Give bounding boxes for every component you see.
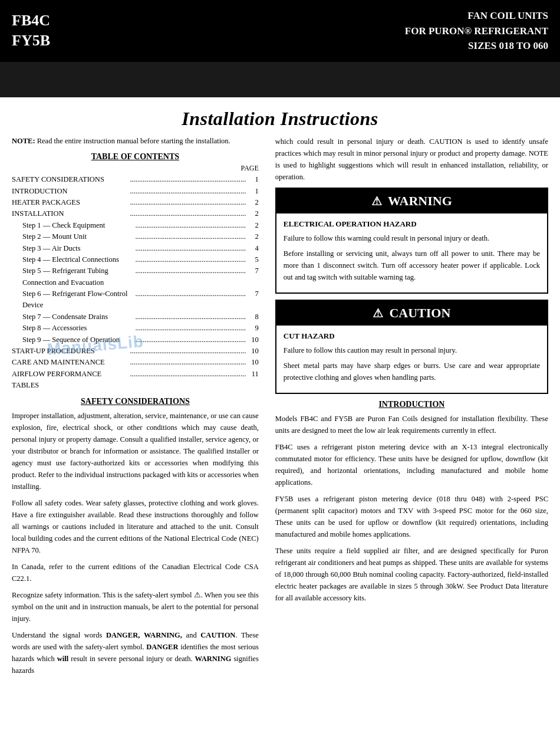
toc-item-label: HEATER PACKAGES	[12, 197, 128, 208]
note-paragraph: NOTE: Read the entire instruction manual…	[12, 136, 259, 147]
toc-dots: ........................................…	[135, 265, 246, 288]
caution-para1: Failure to follow this caution may resul…	[284, 344, 540, 356]
toc-item-label: INSTALLATION	[12, 208, 128, 219]
toc-item: Step 1 — Check Equipment ...............…	[12, 220, 259, 231]
toc-dots: ........................................…	[135, 231, 246, 242]
toc-page-num: 2	[248, 231, 259, 242]
toc-page-num: 1	[248, 174, 259, 185]
toc-item-label: Step 8 — Accessories	[22, 323, 133, 334]
safety-para: Recognize safety information. This is th…	[12, 589, 259, 625]
left-column: ManualsLib NOTE: Read the entire instruc…	[12, 136, 269, 682]
toc-page-num: 7	[248, 288, 259, 311]
toc-page-num: 2	[248, 208, 259, 219]
toc-page-num: 8	[248, 311, 259, 323]
caution-header: ⚠ CAUTION	[276, 301, 547, 326]
warning-box: ⚠ WARNING ELECTRICAL OPERATION HAZARD Fa…	[275, 188, 548, 294]
toc-item-label: AIRFLOW PERFORMANCE TABLES	[12, 369, 128, 392]
toc-item: Step 2 — Mount Unit ....................…	[12, 231, 259, 242]
toc-page-num: 2	[248, 220, 259, 231]
toc-page-num: 5	[248, 254, 259, 265]
toc-item-label: Step 4 — Electrical Connections	[22, 254, 133, 265]
toc-page-num: 11	[248, 369, 259, 392]
warning-icon: ⚠	[371, 194, 382, 208]
warning-body: ELECTRICAL OPERATION HAZARD Failure to f…	[276, 213, 547, 293]
toc-item-label: Step 5 — Refrigerant Tubing Connection a…	[22, 265, 133, 288]
intro-para: FY5B uses a refrigerant piston metering …	[275, 493, 548, 540]
toc-dots: ........................................…	[135, 243, 246, 254]
note-label: NOTE:	[12, 137, 35, 145]
intro-para: FB4C uses a refrigerant piston metering …	[275, 441, 548, 488]
safety-para: Understand the signal words DANGER, WARN…	[12, 629, 259, 676]
toc-dots: ........................................…	[130, 357, 246, 368]
toc-item-label: CARE AND MAINTENANCE	[12, 357, 128, 368]
toc-dots: ........................................…	[135, 288, 246, 311]
toc-item-label: SAFETY CONSIDERATIONS	[12, 174, 128, 185]
warning-header: ⚠ WARNING	[276, 189, 547, 213]
toc-item-label: Step 3 — Air Ducts	[22, 243, 133, 254]
toc-dots: ........................................…	[135, 254, 246, 265]
toc-dots: ........................................…	[135, 220, 246, 231]
page-header: FB4C FY5B FAN COIL UNITS FOR PURON® REFR…	[0, 0, 560, 62]
toc-page-num: 10	[248, 357, 259, 368]
toc-list: SAFETY CONSIDERATIONS ..................…	[12, 174, 259, 391]
safety-para: In Canada, refer to the current editions…	[12, 561, 259, 584]
toc-dots: ........................................…	[130, 369, 246, 392]
toc-dots: ........................................…	[130, 174, 246, 185]
toc-item: CARE AND MAINTENANCE ...................…	[12, 357, 259, 368]
page-title: Installation Instructions	[0, 108, 560, 130]
toc-dots: ........................................…	[130, 346, 246, 357]
toc-page-num: 10	[248, 334, 259, 346]
product-title: FAN COIL UNITS FOR PURON® REFRIGERANT SI…	[405, 8, 548, 54]
caution-icon: ⚠	[373, 306, 383, 320]
caution-body: CUT HAZARD Failure to follow this cautio…	[276, 326, 547, 393]
toc-page-num: 1	[248, 186, 259, 197]
toc-item: Step 9 — Sequence of Operation .........…	[12, 334, 259, 346]
intro-para: These units require a field supplied air…	[275, 545, 548, 604]
toc-item: Step 8 — Accessories ...................…	[12, 323, 259, 334]
toc-page-num: 10	[248, 346, 259, 357]
toc-item: Step 3 — Air Ducts .....................…	[12, 243, 259, 254]
safety-section: SAFETY CONSIDERATIONS Improper installat…	[12, 397, 259, 676]
toc-title: TABLE OF CONTENTS	[12, 152, 259, 162]
safety-para: Follow all safety codes. Wear safety gla…	[12, 497, 259, 556]
toc-item: INTRODUCTION ...........................…	[12, 186, 259, 197]
toc-item-label: Step 9 — Sequence of Operation	[22, 334, 133, 346]
toc-item: HEATER PACKAGES ........................…	[12, 197, 259, 208]
toc-item: AIRFLOW PERFORMANCE TABLES .............…	[12, 369, 259, 392]
warning-para2: Before installing or servicing unit, alw…	[284, 248, 540, 283]
toc-dots: ........................................…	[130, 208, 246, 219]
toc-item-label: INTRODUCTION	[12, 186, 128, 197]
toc-item: SAFETY CONSIDERATIONS ..................…	[12, 174, 259, 185]
toc-dots: ........................................…	[135, 311, 246, 323]
introduction-section: INTRODUCTION Models FB4C and FY5B are Pu…	[275, 400, 548, 604]
right-top-text: which could result in personal injury or…	[275, 136, 548, 183]
intro-paragraphs: Models FB4C and FY5B are Puron Fan Coils…	[275, 413, 548, 604]
toc-item: Step 4 — Electrical Connections ........…	[12, 254, 259, 265]
toc-page-label: PAGE	[12, 164, 259, 173]
dark-banner	[0, 62, 560, 97]
intro-title: INTRODUCTION	[275, 400, 548, 409]
toc-item-label: Step 1 — Check Equipment	[22, 220, 133, 231]
safety-title: SAFETY CONSIDERATIONS	[12, 397, 259, 406]
warning-subtitle: ELECTRICAL OPERATION HAZARD	[284, 218, 540, 230]
toc-page-num: 7	[248, 265, 259, 288]
toc-item-label: Step 6 — Refrigerant Flow-Control Device	[22, 288, 133, 311]
toc-dots: ........................................…	[130, 186, 246, 197]
model-numbers: FB4C FY5B	[12, 11, 50, 51]
warning-para1: Failure to follow this warning could res…	[284, 232, 540, 244]
warning-label: WARNING	[388, 193, 452, 209]
caution-box: ⚠ CAUTION CUT HAZARD Failure to follow t…	[275, 300, 548, 394]
toc-item-label: Step 7 — Condensate Drains	[22, 311, 133, 323]
toc-item: INSTALLATION ...........................…	[12, 208, 259, 219]
toc-item-label: START-UP PROCEDURES	[12, 346, 128, 357]
toc-item: Step 6 — Refrigerant Flow-Control Device…	[12, 288, 259, 311]
right-column: which could result in personal injury or…	[269, 136, 548, 682]
safety-paragraphs: Improper installation, adjustment, alter…	[12, 410, 259, 676]
toc-item: Step 7 — Condensate Drains .............…	[12, 311, 259, 323]
caution-label: CAUTION	[389, 305, 450, 321]
toc-dots: ........................................…	[130, 197, 246, 208]
intro-para: Models FB4C and FY5B are Puron Fan Coils…	[275, 413, 548, 436]
toc-dots: ........................................…	[135, 334, 246, 346]
caution-para2: Sheet metal parts may have sharp edges o…	[284, 360, 540, 383]
toc-section: TABLE OF CONTENTS PAGE SAFETY CONSIDERAT…	[12, 152, 259, 391]
